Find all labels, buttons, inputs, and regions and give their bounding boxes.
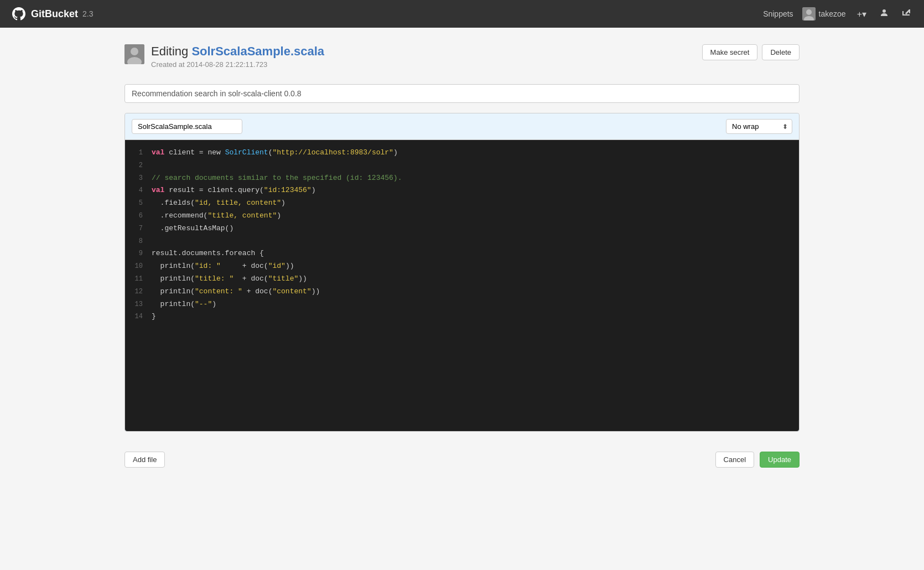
code-line: 2: [125, 159, 799, 172]
code-line: 7 .getResultAsMap(): [125, 222, 799, 235]
code-line: [125, 349, 799, 361]
description-section: [124, 84, 800, 103]
page-header-left: Editing SolrScalaSample.scala Created at…: [124, 44, 324, 69]
filename-input[interactable]: [132, 119, 242, 134]
file-editor-section: No wrap Soft wrap 1 val client = new Sol…: [124, 113, 800, 432]
code-editor[interactable]: 1 val client = new SolrClient("http://lo…: [125, 140, 799, 431]
code-line: [125, 323, 799, 336]
user-icon[interactable]: [878, 6, 891, 22]
make-secret-button[interactable]: Make secret: [702, 44, 758, 60]
add-file-button[interactable]: Add file: [124, 452, 165, 468]
code-line: 4 val result = client.query("id:123456"): [125, 184, 799, 197]
code-line: 3 // search documents similar to the spe…: [125, 172, 799, 185]
filename-link[interactable]: SolrScalaSample.scala: [191, 44, 324, 58]
share-icon[interactable]: [900, 6, 913, 22]
code-line: [125, 361, 799, 374]
delete-button[interactable]: Delete: [762, 44, 800, 60]
code-line: [125, 386, 799, 399]
svg-point-1: [806, 9, 812, 15]
wrap-select[interactable]: No wrap Soft wrap: [726, 119, 792, 134]
update-button[interactable]: Update: [760, 452, 800, 468]
bottom-actions: Add file Cancel Update: [124, 445, 800, 474]
brand-version: 2.3: [82, 9, 93, 18]
avatar-image: [802, 7, 816, 20]
code-line: 6 .recommend("title, content"): [125, 210, 799, 222]
code-line: [125, 336, 799, 349]
brand-name: GitBucket: [31, 8, 78, 20]
page-header-actions: Make secret Delete: [702, 44, 800, 60]
created-at: Created at 2014-08-28 21:22:11.723: [151, 60, 324, 69]
main-container: Editing SolrScalaSample.scala Created at…: [102, 28, 822, 491]
wrap-select-wrapper: No wrap Soft wrap: [726, 119, 792, 134]
owner-avatar: [124, 44, 144, 64]
code-line: 9 result.documents.foreach {: [125, 247, 799, 260]
user-avatar: [802, 7, 816, 20]
snippets-link[interactable]: Snippets: [763, 9, 793, 18]
code-line: [125, 399, 799, 412]
navbar-links: Snippets takezoe +▾: [763, 6, 913, 22]
user-menu[interactable]: takezoe: [802, 7, 846, 20]
editing-label: Editing: [151, 44, 191, 58]
page-title: Editing SolrScalaSample.scala: [151, 44, 324, 59]
plus-dropdown[interactable]: +▾: [855, 7, 869, 22]
page-header: Editing SolrScalaSample.scala Created at…: [124, 44, 800, 69]
code-line: [125, 412, 799, 424]
gitbucket-logo: [11, 6, 27, 22]
username-label: takezoe: [819, 9, 846, 18]
code-line: 1 val client = new SolrClient("http://lo…: [125, 147, 799, 159]
code-line: 10 println("id: " + doc("id")): [125, 260, 799, 273]
person-icon: [880, 8, 889, 17]
brand-link[interactable]: GitBucket 2.3: [11, 6, 94, 22]
navbar: GitBucket 2.3 Snippets takezoe +▾: [0, 0, 924, 28]
svg-point-4: [131, 48, 138, 55]
code-area-wrapper: 1 val client = new SolrClient("http://lo…: [125, 140, 799, 431]
code-line: 12 println("content: " + doc("content")): [125, 286, 799, 298]
cancel-button[interactable]: Cancel: [715, 452, 754, 468]
code-line: 8: [125, 235, 799, 248]
file-editor-header: No wrap Soft wrap: [125, 113, 799, 140]
bottom-right-actions: Cancel Update: [715, 452, 800, 468]
code-line: 14 }: [125, 310, 799, 323]
code-line: 11 println("title: " + doc("title")): [125, 273, 799, 286]
page-header-text: Editing SolrScalaSample.scala Created at…: [151, 44, 324, 69]
code-line: [125, 374, 799, 386]
code-line: 5 .fields("id, title, content"): [125, 197, 799, 210]
description-input[interactable]: [124, 84, 800, 103]
code-line: 13 println("--"): [125, 298, 799, 311]
